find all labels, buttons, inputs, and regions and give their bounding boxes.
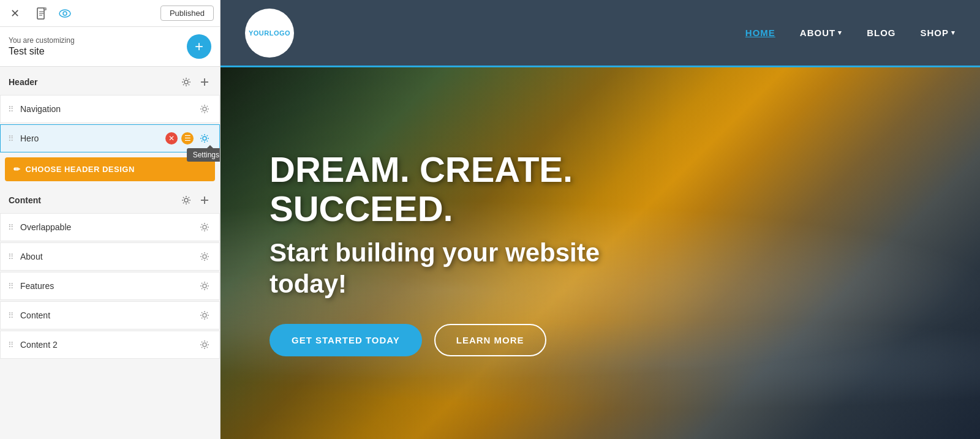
hero-headline: DREAM. CREATE. SUCCEED.: [270, 150, 600, 228]
left-panel: ✕ Published Y: [0, 0, 221, 439]
about-gear-icon[interactable]: [197, 249, 212, 264]
customizing-label: You are customizing: [9, 36, 75, 45]
features-label: Features: [20, 281, 197, 291]
overlappable-gear-icon[interactable]: [197, 220, 212, 235]
svg-point-16: [203, 255, 206, 258]
site-header: YOURLOGO HOME ABOUT ▾ BLOG SHOP ▾: [221, 0, 980, 67]
overlappable-label: Overlappable: [20, 222, 197, 232]
about-item[interactable]: ⠿ About: [0, 242, 220, 271]
about-label: About: [20, 252, 197, 261]
add-button[interactable]: +: [187, 34, 211, 59]
content-section-title: Content: [9, 195, 41, 205]
svg-rect-1: [44, 8, 46, 10]
drag-handle: ⠿: [8, 223, 14, 232]
header-section-title: Header: [9, 77, 37, 87]
svg-point-11: [203, 137, 206, 140]
content-gear-icon[interactable]: [179, 193, 193, 207]
features-gear-icon[interactable]: [197, 279, 212, 293]
shop-caret-icon: ▾: [951, 29, 956, 37]
svg-point-19: [203, 343, 206, 347]
svg-point-17: [203, 284, 206, 288]
hero-remove-icon[interactable]: ✕: [165, 132, 178, 144]
hero-subheadline: Start building your website today!: [270, 238, 600, 299]
pencil-icon: ✏: [13, 165, 21, 174]
hero-menu-icon[interactable]: ☰: [181, 132, 194, 144]
header-plus-icon[interactable]: [198, 75, 211, 89]
site-logo: YOURLOGO: [245, 9, 294, 58]
features-item[interactable]: ⠿ Features: [0, 272, 220, 300]
navigation-gear-icon[interactable]: [197, 102, 212, 116]
content-section-actions: [179, 193, 211, 207]
svg-point-7: [184, 80, 188, 84]
content2-label: Content 2: [20, 340, 197, 350]
drag-handle: ⠿: [8, 311, 14, 320]
hero-buttons: GET STARTED TODAY LEARN MORE: [270, 324, 600, 356]
nav-blog[interactable]: BLOG: [867, 28, 895, 38]
header-gear-icon[interactable]: [179, 75, 193, 89]
svg-point-12: [184, 198, 188, 202]
svg-point-10: [203, 107, 206, 111]
site-navigation: HOME ABOUT ▾ BLOG SHOP ▾: [745, 28, 956, 38]
settings-tooltip: Settings: [187, 148, 221, 162]
hero-gear-icon[interactable]: [197, 131, 212, 146]
site-preview: YOURLOGO HOME ABOUT ▾ BLOG SHOP ▾ DREAM.…: [221, 0, 980, 439]
nav-about[interactable]: ABOUT ▾: [800, 28, 842, 38]
content-section: Content: [0, 185, 220, 213]
navigation-label: Navigation: [20, 104, 197, 114]
learn-more-button[interactable]: LEARN MORE: [434, 324, 546, 356]
drag-handle: ⠿: [8, 282, 14, 291]
navigation-item[interactable]: ⠿ Navigation: [0, 95, 220, 123]
hero-drag-handle: ⠿: [8, 134, 14, 143]
hero-item[interactable]: ⠿ Hero ✕ ☰ Settings: [0, 124, 220, 152]
site-name: Test site: [9, 46, 75, 57]
get-started-button[interactable]: GET STARTED TODAY: [270, 324, 422, 356]
svg-point-5: [59, 10, 70, 17]
document-icon[interactable]: [32, 4, 51, 23]
content-gear-item-icon[interactable]: [197, 308, 212, 323]
drag-handle: ⠿: [8, 105, 14, 114]
content-label: Content: [20, 310, 197, 320]
nav-blog-label: BLOG: [867, 28, 895, 38]
overlappable-item[interactable]: ⠿ Overlappable: [0, 213, 220, 241]
svg-point-18: [203, 313, 206, 317]
drag-handle: ⠿: [8, 252, 14, 261]
nav-shop[interactable]: SHOP ▾: [920, 28, 956, 38]
hero-section: DREAM. CREATE. SUCCEED. Start building y…: [221, 67, 980, 439]
eye-icon[interactable]: [55, 4, 75, 23]
top-bar: ✕ Published: [0, 0, 220, 27]
choose-header-design-button[interactable]: ✏ CHOOSE HEADER DESIGN: [5, 157, 215, 181]
hero-actions: ✕ ☰: [165, 131, 212, 146]
content2-item[interactable]: ⠿ Content 2: [0, 331, 220, 359]
choose-header-label: CHOOSE HEADER DESIGN: [26, 165, 135, 174]
svg-point-15: [203, 225, 206, 229]
nav-about-label: ABOUT: [800, 28, 835, 38]
header-section-actions: [179, 75, 211, 89]
header-section: Header: [0, 67, 220, 95]
content-plus-icon[interactable]: [198, 193, 211, 207]
nav-home-label: HOME: [745, 28, 775, 38]
top-bar-icons: [32, 4, 75, 23]
nav-home[interactable]: HOME: [745, 28, 775, 38]
about-caret-icon: ▾: [838, 29, 842, 37]
published-button[interactable]: Published: [160, 6, 214, 21]
hero-content: DREAM. CREATE. SUCCEED. Start building y…: [221, 113, 649, 393]
close-button[interactable]: ✕: [6, 5, 23, 22]
hero-label: Hero: [20, 133, 165, 143]
drag-handle: ⠿: [8, 340, 14, 350]
content-item[interactable]: ⠿ Content: [0, 301, 220, 329]
svg-point-6: [63, 12, 67, 15]
customizing-bar: You are customizing Test site +: [0, 27, 220, 67]
nav-shop-label: SHOP: [920, 28, 949, 38]
navigation-actions: [197, 102, 212, 116]
content2-gear-icon[interactable]: [197, 337, 212, 352]
